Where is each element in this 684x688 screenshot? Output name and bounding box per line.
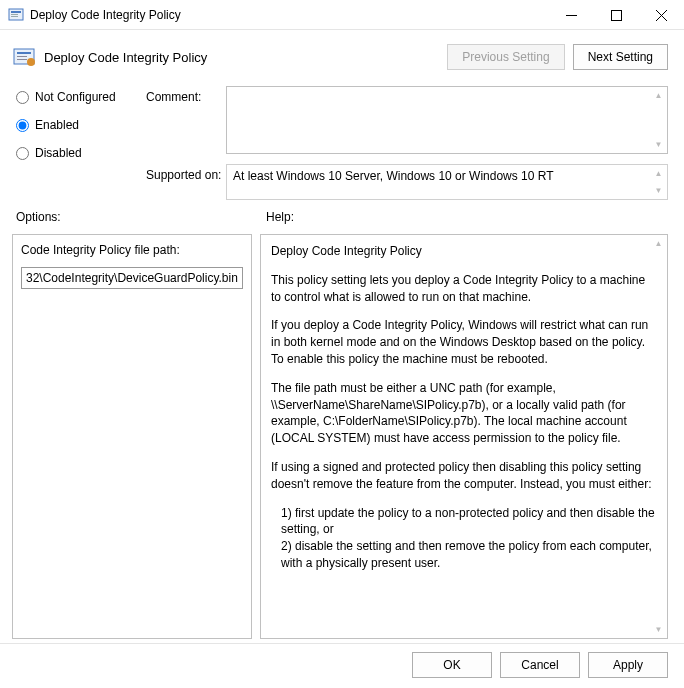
chevron-up-icon[interactable]: ▲	[650, 165, 667, 182]
chevron-down-icon[interactable]: ▼	[650, 621, 667, 638]
radio-enabled-label: Enabled	[35, 118, 79, 132]
radio-enabled[interactable]: Enabled	[16, 118, 146, 132]
options-panel: Code Integrity Policy file path:	[12, 234, 252, 639]
supported-label: Supported on:	[146, 164, 226, 182]
chevron-up-icon[interactable]: ▲	[650, 87, 667, 104]
radio-enabled-input[interactable]	[16, 119, 29, 132]
policy-path-label: Code Integrity Policy file path:	[21, 243, 243, 257]
help-title: Deploy Code Integrity Policy	[271, 243, 657, 260]
svg-rect-3	[11, 16, 18, 17]
chevron-up-icon[interactable]: ▲	[650, 235, 667, 252]
ok-button[interactable]: OK	[412, 652, 492, 678]
page-title: Deploy Code Integrity Policy	[44, 50, 447, 65]
svg-rect-1	[11, 11, 21, 13]
help-list-item: 1) first update the policy to a non-prot…	[281, 505, 657, 539]
window-controls	[549, 0, 684, 29]
supported-on-text: At least Windows 10 Server, Windows 10 o…	[233, 169, 554, 183]
help-paragraph: If using a signed and protected policy t…	[271, 459, 657, 493]
svg-rect-10	[17, 56, 27, 57]
help-paragraph: If you deploy a Code Integrity Policy, W…	[271, 317, 657, 367]
next-setting-button[interactable]: Next Setting	[573, 44, 668, 70]
maximize-button[interactable]	[594, 0, 639, 30]
svg-rect-5	[612, 10, 622, 20]
chevron-down-icon[interactable]: ▼	[650, 182, 667, 199]
policy-path-input[interactable]	[21, 267, 243, 289]
radio-disabled[interactable]: Disabled	[16, 146, 146, 160]
header: Deploy Code Integrity Policy Previous Se…	[0, 30, 684, 80]
comment-label: Comment:	[146, 86, 226, 104]
cancel-button[interactable]: Cancel	[500, 652, 580, 678]
help-heading: Help:	[266, 210, 668, 224]
svg-rect-9	[17, 52, 31, 54]
comment-textarea[interactable]	[227, 87, 667, 153]
help-panel: Deploy Code Integrity Policy This policy…	[260, 234, 668, 639]
help-paragraph: The file path must be either a UNC path …	[271, 380, 657, 447]
dialog-buttons: OK Cancel Apply	[0, 643, 684, 688]
options-heading: Options:	[16, 210, 266, 224]
help-paragraph: This policy setting lets you deploy a Co…	[271, 272, 657, 306]
chevron-down-icon[interactable]: ▼	[650, 136, 667, 153]
window-title: Deploy Code Integrity Policy	[30, 8, 549, 22]
svg-point-12	[27, 58, 35, 66]
help-list-item: 2) disable the setting and then remove t…	[281, 538, 657, 572]
close-button[interactable]	[639, 0, 684, 30]
minimize-button[interactable]	[549, 0, 594, 30]
radio-disabled-input[interactable]	[16, 147, 29, 160]
previous-setting-button[interactable]: Previous Setting	[447, 44, 564, 70]
app-icon	[8, 7, 24, 23]
settings-row: Not Configured Enabled Disabled Comment:…	[0, 80, 684, 200]
radio-not-configured-label: Not Configured	[35, 90, 116, 104]
titlebar: Deploy Code Integrity Policy	[0, 0, 684, 30]
supported-on-value: At least Windows 10 Server, Windows 10 o…	[226, 164, 668, 200]
radio-not-configured[interactable]: Not Configured	[16, 90, 146, 104]
policy-icon	[12, 45, 36, 69]
radio-not-configured-input[interactable]	[16, 91, 29, 104]
radio-disabled-label: Disabled	[35, 146, 82, 160]
svg-rect-11	[17, 59, 27, 60]
apply-button[interactable]: Apply	[588, 652, 668, 678]
svg-rect-2	[11, 14, 18, 15]
